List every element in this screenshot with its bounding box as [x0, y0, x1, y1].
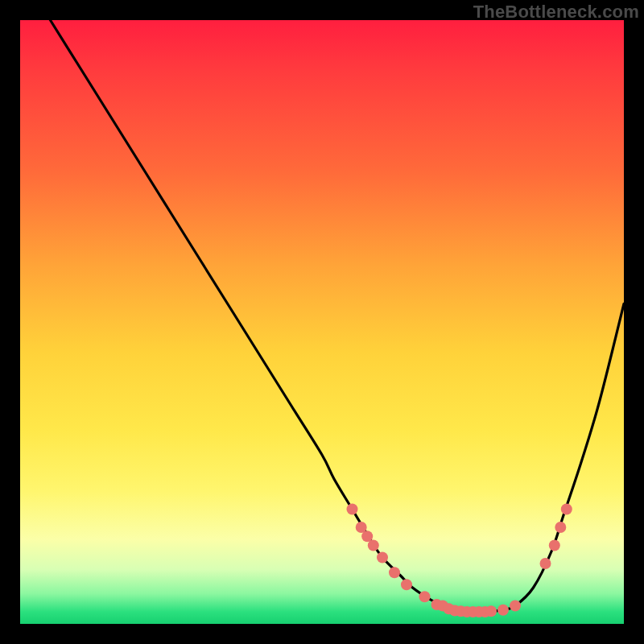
- data-marker: [347, 504, 358, 515]
- data-marker: [549, 540, 560, 551]
- data-marker: [419, 591, 431, 602]
- data-marker: [377, 552, 388, 564]
- bottleneck-curve: [51, 20, 625, 612]
- data-marker: [368, 540, 379, 551]
- data-marker: [497, 605, 509, 616]
- data-marker: [561, 504, 572, 515]
- data-marker: [510, 601, 521, 612]
- data-marker: [485, 605, 497, 617]
- curve-svg: [20, 20, 624, 624]
- data-marker: [389, 567, 400, 578]
- data-marker: [555, 522, 566, 533]
- chart-frame: TheBottleneck.com: [0, 0, 644, 644]
- marker-layer: [347, 504, 572, 618]
- plot-area: [20, 20, 624, 624]
- data-marker: [540, 558, 551, 569]
- data-marker: [401, 579, 412, 590]
